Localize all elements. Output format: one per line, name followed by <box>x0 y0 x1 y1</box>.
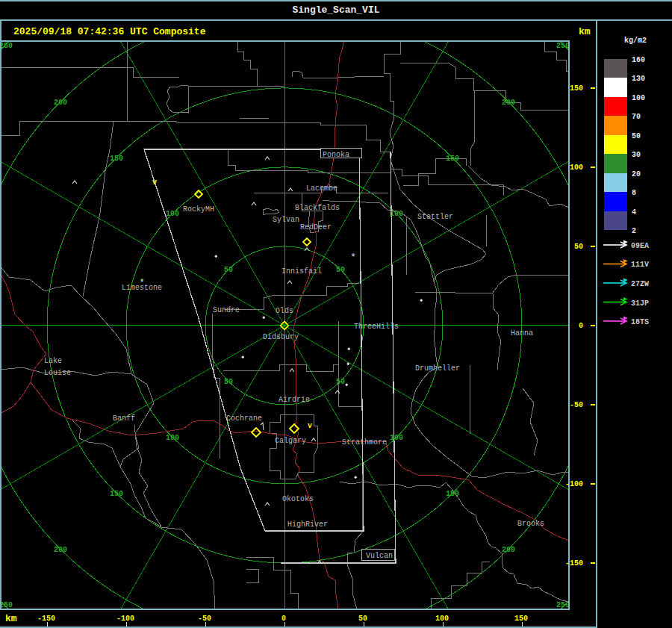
svg-text:Vulcan: Vulcan <box>366 552 393 560</box>
svg-text:100: 100 <box>390 210 403 218</box>
svg-text:Airdrie: Airdrie <box>279 396 310 404</box>
svg-text:v: v <box>308 422 312 430</box>
svg-text:250: 250 <box>556 42 570 50</box>
svg-text:Innisfail: Innisfail <box>281 267 322 276</box>
svg-text:100: 100 <box>390 434 403 442</box>
svg-text:Lacombe: Lacombe <box>306 184 337 193</box>
svg-text:Louise: Louise <box>44 369 71 377</box>
svg-text:200: 200 <box>502 99 515 107</box>
svg-text:150: 150 <box>446 155 459 163</box>
svg-text:Brooks: Brooks <box>517 520 544 528</box>
svg-text:50: 50 <box>336 266 345 274</box>
svg-text:HighRiver: HighRiver <box>287 520 328 529</box>
svg-text:Blackfalds: Blackfalds <box>295 204 340 212</box>
svg-text:Limestone: Limestone <box>122 284 162 292</box>
svg-text:50: 50 <box>224 266 233 274</box>
svg-text:250: 250 <box>556 601 570 609</box>
svg-text:Cochrane: Cochrane <box>226 414 262 423</box>
svg-text:Strathmore: Strathmore <box>342 438 387 447</box>
svg-text:150: 150 <box>446 490 459 498</box>
svg-text:Drumheller: Drumheller <box>415 364 460 373</box>
svg-text:Lake: Lake <box>44 357 62 365</box>
svg-text:250: 250 <box>0 601 13 609</box>
svg-text:v: v <box>152 178 157 187</box>
svg-text:Stettler: Stettler <box>417 213 453 221</box>
svg-text:200: 200 <box>54 546 67 554</box>
svg-text:Calgary: Calgary <box>275 437 306 445</box>
svg-text:50: 50 <box>336 378 345 386</box>
svg-text:100: 100 <box>166 434 179 442</box>
svg-text:Sylvan: Sylvan <box>273 216 299 224</box>
svg-text:Didsbury: Didsbury <box>263 333 299 341</box>
svg-text:250: 250 <box>0 42 13 50</box>
svg-text:*: * <box>350 252 355 263</box>
svg-text:200: 200 <box>502 546 515 554</box>
svg-text:150: 150 <box>110 155 123 163</box>
svg-text:ThreeHills: ThreeHills <box>354 323 399 331</box>
svg-text:Hanna: Hanna <box>511 329 533 338</box>
svg-text:RedDeer: RedDeer <box>300 223 332 231</box>
svg-text:RockyMH: RockyMH <box>183 205 214 214</box>
svg-text:Okotoks: Okotoks <box>282 495 314 503</box>
svg-text:50: 50 <box>224 378 233 386</box>
svg-text:150: 150 <box>110 490 123 498</box>
svg-text:Banff: Banff <box>113 414 135 423</box>
svg-text:Sundre: Sundre <box>213 306 240 314</box>
svg-text:Olds: Olds <box>276 307 293 315</box>
svg-text:100: 100 <box>166 210 179 218</box>
svg-text:Ponoka: Ponoka <box>323 151 349 159</box>
svg-text:200: 200 <box>54 99 67 107</box>
